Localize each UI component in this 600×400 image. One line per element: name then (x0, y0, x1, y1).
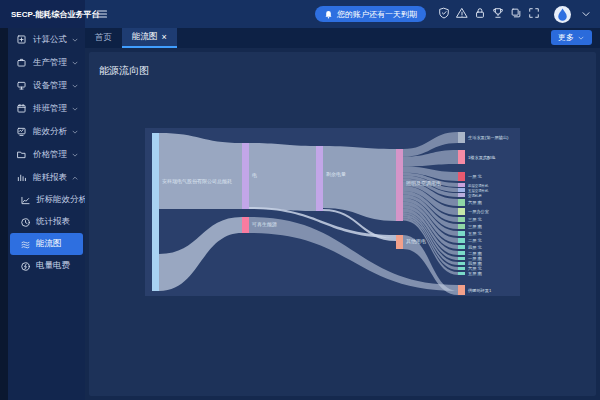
sankey-node[interactable] (458, 272, 465, 275)
sankey-node-label: 三层 南 (468, 224, 483, 229)
sidebar-item-3[interactable]: 排班管理 (8, 97, 85, 120)
sankey-node[interactable] (458, 193, 465, 197)
tab-0[interactable]: 首页 (85, 28, 122, 48)
sankey-node-label: 一层 北 (468, 174, 483, 179)
panel-title: 能源流向图 (99, 64, 149, 78)
sankey-plot-area: 安科瑞电气股份有限公司总能耗电可再生能源剩余电量照明及空调用电其他用电生活水泵(… (145, 128, 520, 296)
analysis-icon (16, 126, 27, 137)
header-icon-row (432, 5, 540, 23)
sidebar-subitem-1[interactable]: 统计报表 (10, 211, 83, 233)
sidebar-item-label: 能效分析 (33, 126, 67, 138)
schedule-icon (16, 103, 27, 114)
sankey-node[interactable] (458, 132, 465, 143)
lock-icon[interactable] (473, 7, 486, 20)
chevron-down-icon (71, 151, 79, 159)
logo[interactable]: SECP-能耗综合业务平台 (0, 0, 85, 28)
sankey-node[interactable] (242, 217, 249, 233)
chevron-down-icon (577, 34, 585, 42)
device-icon (16, 80, 27, 91)
warning-icon[interactable] (455, 7, 468, 20)
formula-icon (16, 34, 27, 45)
more-tabs-button[interactable]: 更多 (551, 30, 592, 45)
chevron-down-icon (71, 59, 79, 67)
report-icon (16, 172, 27, 183)
sankey-node-label: 电 (252, 172, 257, 178)
sankey-node[interactable] (458, 267, 465, 270)
sankey-node-label: 二层 北 (468, 238, 483, 243)
sankey-node[interactable] (458, 183, 465, 187)
sidebar-item-label: 计算公式 (33, 34, 67, 46)
sidebar-subitem-0[interactable]: 折标能效分析 (10, 189, 83, 211)
sankey-node[interactable] (458, 208, 465, 215)
sankey-node-label: 安科瑞电气股份有限公司总能耗 (162, 178, 232, 185)
copy-icon[interactable] (509, 7, 522, 20)
sidebar-item-1[interactable]: 生产管理 (8, 51, 85, 74)
sidebar-item-2[interactable]: 设备管理 (8, 74, 85, 97)
app-title: SECP-能耗综合业务平台 (11, 9, 99, 20)
flow-icon (20, 239, 31, 250)
sidebar-subitem-label: 折标能效分析 (36, 194, 85, 206)
clock-icon (20, 217, 31, 228)
sankey-node[interactable] (458, 251, 465, 255)
sankey-link (159, 133, 242, 209)
sankey-node-label: 五层 南 (468, 271, 483, 276)
account-notice-button[interactable]: 您的账户还有一天到期 (315, 6, 426, 22)
sidebar-item-6[interactable]: 能耗报表 (8, 166, 85, 189)
sankey-node[interactable] (458, 231, 465, 236)
sankey-node[interactable] (458, 188, 465, 192)
sankey-node[interactable] (458, 285, 465, 295)
sidebar: 计算公式生产管理设备管理排班管理能效分析价格管理能耗报表折标能效分析统计报表能流… (8, 28, 85, 400)
sankey-node-label: 三层 北 (468, 217, 483, 222)
sankey-chart: 安科瑞电气股份有限公司总能耗电可再生能源剩余电量照明及空调用电其他用电生活水泵(… (145, 128, 520, 296)
sidebar-item-0[interactable]: 计算公式 (8, 28, 85, 51)
sankey-node[interactable] (152, 133, 159, 291)
sidebar-item-5[interactable]: 价格管理 (8, 143, 85, 166)
sidebar-item-label: 能耗报表 (33, 172, 67, 184)
trend-icon (20, 195, 31, 206)
left-rail (0, 28, 8, 400)
sankey-node[interactable] (458, 257, 465, 260)
shield-icon[interactable] (437, 7, 450, 20)
avatar[interactable] (554, 6, 571, 23)
trophy-icon[interactable] (491, 7, 504, 20)
sankey-node[interactable] (316, 146, 323, 211)
sankey-node-label: 供暖循环泵1 (468, 288, 492, 293)
sankey-node[interactable] (396, 235, 403, 249)
sankey-node-label: 照明及空调用电 (406, 180, 441, 187)
sankey-node-label: 五层 北 (468, 231, 483, 236)
sankey-node-label: 二层 南 (468, 251, 483, 256)
fullscreen-icon[interactable] (527, 7, 540, 20)
sankey-link (249, 217, 458, 291)
sankey-node-label: 生活水泵(第一层输出) (468, 135, 509, 141)
sankey-node[interactable] (458, 224, 465, 229)
energy-flow-card: 能源流向图 安科瑞电气股份有限公司总能耗电可再生能源剩余电量照明及空调用电其他用… (89, 52, 596, 396)
chevron-down-icon (71, 128, 79, 136)
sankey-node[interactable] (458, 262, 465, 265)
sankey-node-label: 剩余电量 (326, 171, 346, 178)
sidebar-item-label: 排班管理 (33, 103, 67, 115)
hamburger-menu-icon[interactable] (95, 7, 109, 21)
sankey-node-label: 可再生能源 (251, 221, 277, 228)
sidebar-subitem-label: 电量电费 (36, 260, 70, 272)
sankey-node[interactable] (458, 245, 465, 249)
sankey-node-label: 四层空调外机 (468, 183, 489, 188)
sidebar-menu: 计算公式生产管理设备管理排班管理能效分析价格管理能耗报表折标能效分析统计报表能流… (8, 28, 85, 277)
sankey-node[interactable] (396, 149, 403, 221)
sidebar-item-label: 生产管理 (33, 57, 67, 69)
sankey-node[interactable] (458, 172, 465, 181)
sankey-node[interactable] (458, 150, 465, 164)
sankey-node-label: 五层空调外机 (468, 188, 489, 193)
chevron-down-icon[interactable] (579, 8, 592, 21)
close-tab-icon[interactable]: × (162, 33, 167, 42)
sankey-node[interactable] (242, 143, 249, 209)
tab-label: 能流图 (132, 31, 158, 43)
sankey-node-label: 空调机房 (468, 193, 482, 198)
sidebar-subitem-label: 能流图 (36, 238, 62, 250)
sankey-node[interactable] (458, 217, 465, 222)
tab-1[interactable]: 能流图× (122, 28, 177, 48)
sidebar-subitem-2[interactable]: 能流图 (10, 233, 83, 255)
sankey-node[interactable] (458, 199, 465, 206)
sidebar-item-4[interactable]: 能效分析 (8, 120, 85, 143)
sankey-node[interactable] (458, 238, 465, 243)
sidebar-subitem-3[interactable]: 电量电费 (10, 255, 83, 277)
